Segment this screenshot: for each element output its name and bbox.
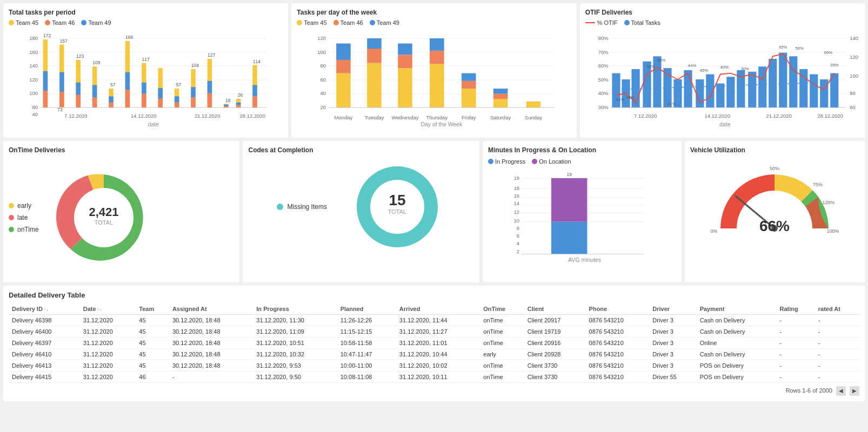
col-date[interactable]: Date↑↓	[80, 303, 136, 315]
col-rating[interactable]: Rating	[776, 303, 814, 315]
svg-rect-37	[125, 72, 130, 90]
svg-rect-44	[158, 98, 163, 107]
svg-text:28.12.2020: 28.12.2020	[817, 113, 843, 119]
svg-text:160: 160	[29, 49, 38, 55]
svg-text:40: 40	[321, 90, 326, 96]
col-arrived[interactable]: Arrived	[396, 303, 480, 315]
col-rated-at[interactable]: rated At	[815, 303, 859, 315]
col-planned[interactable]: Planned	[337, 303, 396, 315]
svg-text:69%: 69%	[824, 50, 832, 55]
otif-title: OTIF Deliveries	[585, 9, 859, 16]
svg-text:31%: 31%	[667, 102, 676, 106]
svg-text:127: 127	[208, 52, 216, 58]
svg-rect-57	[208, 81, 212, 93]
svg-rect-47	[175, 103, 179, 108]
svg-text:7.12.2020: 7.12.2020	[64, 113, 87, 119]
vehicle-gauge-svg: 66% 0% 50% 75% 100% 120%	[699, 153, 850, 272]
svg-text:Day of the Week: Day of the Week	[421, 122, 463, 127]
svg-text:35%: 35%	[830, 63, 838, 68]
svg-rect-36	[125, 90, 130, 107]
svg-text:28.12.2020: 28.12.2020	[239, 113, 265, 119]
svg-rect-199	[551, 178, 587, 222]
svg-text:40%: 40%	[598, 90, 609, 96]
svg-text:109: 109	[92, 60, 101, 65]
col-ontime[interactable]: OnTime	[480, 303, 524, 315]
svg-text:100: 100	[850, 73, 858, 79]
codes-widget: Codes at Completion Missing Items 15 TOT…	[243, 141, 479, 282]
svg-text:100: 100	[318, 49, 326, 55]
total-tasks-legend: Team 45 Team 46 Team 49	[9, 19, 283, 26]
ontime-donut-container: early late onTime	[9, 158, 234, 277]
codes-title: Codes at Completion	[248, 146, 473, 154]
svg-text:19: 19	[566, 172, 572, 177]
svg-text:date: date	[719, 122, 731, 127]
svg-text:14: 14	[513, 200, 519, 206]
codes-donut-svg: 15 TOTAL	[349, 158, 446, 255]
next-page-button[interactable]: ▶	[850, 386, 859, 396]
tasks-by-day-chart: Tasks per day of the week Team 45 Team 4…	[291, 3, 576, 138]
svg-rect-103	[462, 89, 476, 107]
svg-text:21.12.2020: 21.12.2020	[195, 113, 221, 119]
legend-team46: Team 46	[45, 19, 75, 26]
legend-ontime: onTime	[9, 226, 39, 233]
svg-text:Monday: Monday	[335, 114, 353, 120]
svg-rect-148	[779, 53, 787, 108]
svg-text:80: 80	[850, 90, 856, 96]
svg-text:Tuesday: Tuesday	[365, 114, 384, 120]
total-tasks-title: Total tasks per period	[9, 9, 283, 16]
svg-rect-108	[493, 94, 508, 99]
svg-text:Thursday: Thursday	[426, 114, 448, 120]
svg-text:172: 172	[43, 33, 51, 38]
delivery-table-card: Detailed Delivery Table Delivery ID↑↓ Da…	[3, 286, 865, 401]
svg-rect-53	[191, 87, 196, 97]
svg-text:26: 26	[238, 92, 243, 98]
col-client[interactable]: Client	[524, 303, 586, 315]
svg-text:117: 117	[142, 57, 150, 62]
col-delivery-id[interactable]: Delivery ID↑↓	[9, 303, 80, 315]
svg-rect-140	[696, 79, 704, 107]
svg-text:62%: 62%	[647, 64, 655, 69]
col-assigned-at[interactable]: Assigned At	[169, 303, 253, 315]
col-phone[interactable]: Phone	[586, 303, 650, 315]
table-row: Delivery 4641331.12.20204530.12.2020, 18…	[9, 360, 859, 372]
svg-text:Friday: Friday	[462, 114, 476, 120]
otif-chart: OTIF Deliveries % OTIF Total Tasks 80% 7…	[580, 3, 865, 138]
svg-rect-143	[726, 77, 735, 107]
svg-rect-139	[684, 70, 692, 107]
svg-rect-152	[820, 79, 828, 107]
legend-team45: Team 45	[9, 19, 38, 26]
minutes-svg: 19 18 16 14 12 10 8 6 4 2	[488, 167, 676, 269]
svg-rect-89	[336, 44, 351, 60]
svg-rect-145	[748, 72, 756, 108]
svg-text:15: 15	[389, 192, 405, 208]
svg-rect-88	[336, 60, 351, 73]
svg-text:Saturday: Saturday	[490, 114, 511, 120]
svg-text:70%: 70%	[598, 49, 609, 55]
svg-rect-14	[43, 91, 48, 107]
svg-text:18: 18	[513, 185, 519, 191]
codes-content: Missing Items 15 TOTAL	[248, 158, 473, 255]
svg-rect-69	[252, 96, 257, 107]
svg-rect-41	[142, 83, 146, 94]
col-driver[interactable]: Driver	[649, 303, 696, 315]
svg-text:80: 80	[32, 104, 38, 110]
svg-text:104: 104	[191, 63, 199, 68]
svg-text:45%: 45%	[700, 68, 708, 73]
svg-text:21.12.2020: 21.12.2020	[766, 113, 792, 119]
svg-text:0%: 0%	[711, 228, 718, 234]
svg-text:2: 2	[517, 248, 519, 254]
col-payment[interactable]: Payment	[697, 303, 777, 315]
svg-rect-147	[769, 59, 777, 107]
svg-text:6: 6	[517, 233, 519, 239]
svg-rect-149	[789, 56, 797, 107]
tasks-by-day-legend: Team 45 Team 46 Team 49	[297, 19, 571, 26]
col-in-progress[interactable]: In Progress	[253, 303, 337, 315]
svg-text:120: 120	[318, 35, 326, 41]
svg-text:Sunday: Sunday	[525, 114, 542, 120]
col-team[interactable]: Team	[136, 303, 169, 315]
svg-rect-62	[224, 105, 229, 106]
svg-text:19: 19	[513, 175, 519, 181]
svg-rect-31	[109, 103, 113, 108]
svg-text:12: 12	[513, 209, 519, 215]
prev-page-button[interactable]: ◀	[836, 386, 846, 396]
